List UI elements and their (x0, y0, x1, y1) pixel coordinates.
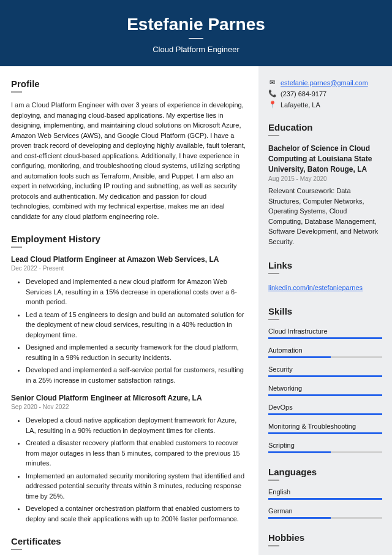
skill-bar-fill (268, 451, 331, 453)
skill-item: Monitoring & Troubleshooting (268, 423, 382, 434)
employment-heading: Employment History (11, 234, 247, 244)
language-name: English (268, 488, 382, 496)
education-date: Aug 2015 - May 2020 (268, 175, 382, 182)
job-bullet: Developed a cloud-native application dep… (26, 415, 247, 435)
skill-item: Automation (268, 346, 382, 358)
links-section: Links linkedin.com/in/estefanieparnes (268, 260, 382, 293)
skill-bar-track (268, 337, 382, 339)
phone-icon: 📞 (268, 90, 276, 98)
resume-header: Estefanie Parnes Cloud Platform Engineer (0, 0, 392, 66)
job-bullet: Led a team of 15 engineers to design and… (26, 310, 247, 340)
phone-text: (237) 684-9177 (281, 90, 326, 98)
skill-item: DevOps (268, 404, 382, 415)
job-bullet: Created a disaster recovery platform tha… (26, 438, 247, 469)
skill-bar-track (268, 356, 382, 358)
skills-heading: Skills (268, 306, 382, 316)
section-underline (268, 135, 279, 136)
education-heading: Education (268, 122, 382, 132)
skill-bar-fill (268, 337, 382, 339)
skill-bar-fill (268, 394, 382, 396)
contact-location-row: 📍 Lafayette, LA (268, 101, 382, 109)
profile-heading: Profile (11, 78, 247, 89)
email-link[interactable]: estefanie.parnes@gmail.com (281, 79, 368, 86)
job-entry: Senior Cloud Platform Engineer at Micros… (11, 394, 247, 524)
skill-name: Networking (268, 385, 382, 392)
job-entry: Lead Cloud Platform Engineer at Amazon W… (11, 255, 247, 385)
language-name: German (268, 507, 382, 515)
job-title: Cloud Platform Engineer (12, 45, 380, 54)
hobbies-heading: Hobbies (268, 532, 382, 543)
email-icon: ✉ (268, 78, 276, 86)
skill-bar-fill (268, 413, 382, 415)
education-section: Education Bachelor of Science in Cloud C… (268, 122, 382, 247)
contact-section: ✉ estefanie.parnes@gmail.com 📞 (237) 684… (268, 78, 382, 109)
skill-name: Cloud Infrastructure (268, 327, 382, 335)
skill-item: Cloud Infrastructure (268, 327, 382, 339)
skill-bar-fill (268, 432, 382, 434)
section-underline (11, 247, 22, 248)
links-heading: Links (268, 260, 382, 270)
resume-body: Profile I am a Cloud Platform Engineer w… (0, 66, 392, 555)
job-bullet: Implemented an automated security monito… (26, 471, 247, 502)
hobbies-section: Hobbies (268, 532, 382, 546)
languages-heading: Languages (268, 467, 382, 477)
location-text: Lafayette, LA (281, 101, 320, 109)
languages-section: Languages EnglishGerman (268, 467, 382, 519)
job-bullet: Developed and implemented a new cloud pl… (26, 277, 247, 307)
location-icon: 📍 (268, 101, 276, 109)
education-degree: Bachelor of Science in Cloud Computing a… (268, 144, 382, 174)
certificates-section: Certificates AWS Certified Solutions Arc… (11, 536, 247, 555)
contact-email-row: ✉ estefanie.parnes@gmail.com (268, 78, 382, 86)
job-date: Dec 2022 - Present (11, 265, 247, 272)
job-date: Sep 2020 - Nov 2022 (11, 404, 247, 410)
skill-bar-track (268, 413, 382, 415)
skill-name: Scripting (268, 442, 382, 449)
certificates-heading: Certificates (11, 536, 247, 546)
section-underline (11, 549, 22, 550)
skill-bar-track (268, 451, 382, 453)
skill-bar-track (268, 432, 382, 434)
skill-item: Scripting (268, 442, 382, 453)
section-underline (268, 480, 279, 481)
section-underline (268, 273, 279, 274)
education-desc: Relevant Coursework: Data Structures, Co… (268, 186, 382, 247)
section-underline (268, 545, 279, 546)
skill-name: Monitoring & Troubleshooting (268, 423, 382, 430)
skill-bar-fill (268, 356, 331, 358)
profile-text: I am a Cloud Platform Engineer with over… (11, 100, 247, 221)
skill-bar-fill (268, 375, 382, 377)
main-column: Profile I am a Cloud Platform Engineer w… (0, 66, 258, 555)
profile-section: Profile I am a Cloud Platform Engineer w… (11, 78, 247, 221)
job-bullet: Developed and implemented a self-service… (26, 365, 247, 385)
section-underline (268, 319, 279, 320)
skill-bar-track (268, 394, 382, 396)
skill-bar-track (268, 375, 382, 377)
linkedin-link[interactable]: linkedin.com/in/estefanieparnes (268, 284, 363, 291)
job-title: Senior Cloud Platform Engineer at Micros… (11, 394, 247, 402)
section-underline (11, 91, 22, 93)
skills-section: Skills Cloud InfrastructureAutomationSec… (268, 306, 382, 453)
job-title: Lead Cloud Platform Engineer at Amazon W… (11, 255, 247, 264)
employment-section: Employment History Lead Cloud Platform E… (11, 234, 247, 524)
person-name: Estefanie Parnes (12, 15, 380, 34)
job-bullet: Developed a container orchestration plat… (26, 503, 247, 524)
skill-item: Security (268, 366, 382, 377)
language-bar-fill (268, 498, 382, 500)
header-divider (189, 38, 203, 39)
sidebar-column: ✉ estefanie.parnes@gmail.com 📞 (237) 684… (258, 66, 392, 555)
language-item: English (268, 488, 382, 500)
skill-item: Networking (268, 385, 382, 396)
skill-name: Automation (268, 346, 382, 354)
skill-name: Security (268, 366, 382, 373)
language-item: German (268, 507, 382, 519)
job-bullets: Developed a cloud-native application dep… (11, 415, 247, 524)
skill-name: DevOps (268, 404, 382, 411)
job-bullets: Developed and implemented a new cloud pl… (11, 277, 247, 385)
job-bullet: Designed and implemented a security fram… (26, 342, 247, 362)
language-bar-track (268, 517, 382, 519)
language-bar-track (268, 498, 382, 500)
contact-phone-row: 📞 (237) 684-9177 (268, 90, 382, 98)
language-bar-fill (268, 517, 331, 519)
